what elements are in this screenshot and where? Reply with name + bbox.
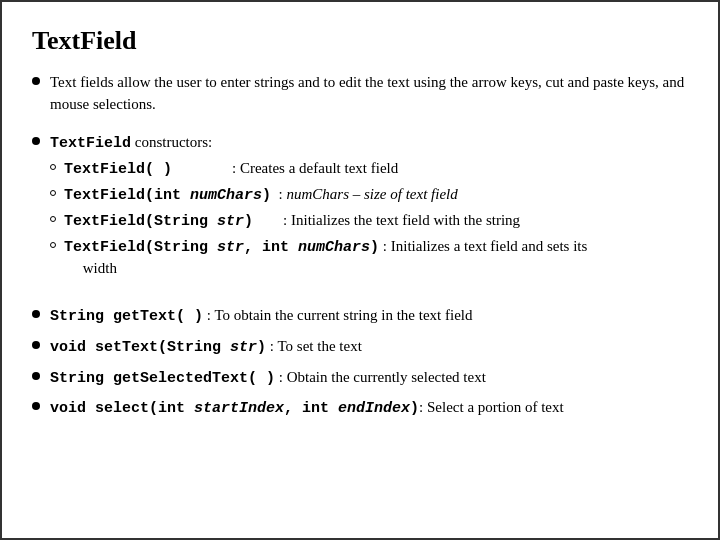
method-code-2c: ) [257,339,266,356]
method-text-2: void setText(String str) : To set the te… [50,336,362,359]
method-code-2b: str [230,339,257,356]
constructor-code-4e: ) [370,239,379,256]
constructor-text-2: TextField(int numChars) : numChars – siz… [64,184,458,207]
constructor-desc-3: : Initializes the text field with the st… [257,212,520,228]
constructor-item-1: TextField( ) : Creates a default text fi… [50,158,688,181]
bullet-icon-constructors [32,137,40,145]
method-text-4: void select(int startIndex, int endIndex… [50,397,564,420]
bullet-icon-method-4 [32,402,40,410]
constructor-desc-1: : Creates a default text field [176,160,398,176]
method-code-3: String getSelectedText( ) [50,370,275,387]
slide: TextField Text fields allow the user to … [0,0,720,540]
constructor-item-3: TextField(String str) : Initializes the … [50,210,688,233]
sub-bullet-icon-3 [50,216,56,222]
constructor-item-2: TextField(int numChars) : numChars – siz… [50,184,688,207]
constructor-text-1: TextField( ) : Creates a default text fi… [64,158,398,181]
constructor-code-3c: ) [244,213,253,230]
constructor-code-4c: , int [244,239,298,256]
constructors-header-row: TextField constructors: [32,132,688,155]
intro-section: Text fields allow the user to enter stri… [32,72,688,120]
method-desc-4: : Select a portion of text [419,399,564,415]
constructor-code-3b: str [217,213,244,230]
constructors-section: TextField constructors: TextField( ) : C… [32,132,688,284]
bullet-icon-method-1 [32,310,40,318]
constructor-code-2a: TextField(int [64,187,190,204]
constructor-code-2c: ) [262,187,271,204]
constructor-desc-2: : numChars – size of text field [275,186,458,202]
constructors-sub-list: TextField( ) : Creates a default text fi… [50,158,688,280]
method-code-1: String getText( ) [50,308,203,325]
method-desc-1: : To obtain the current string in the te… [207,307,473,323]
method-text-1: String getText( ) : To obtain the curren… [50,305,472,328]
method-code-2a: void setText(String [50,339,230,356]
method-code-4e: ) [410,400,419,417]
constructor-code-2b: numChars [190,187,262,204]
constructor-code-4d: numChars [298,239,370,256]
method-code-4c: , int [284,400,338,417]
bullet-icon-intro [32,77,40,85]
method-desc-3: : Obtain the currently selected text [279,369,486,385]
bullet-icon-method-2 [32,341,40,349]
constructor-code-3a: TextField(String [64,213,217,230]
bullet-icon-method-3 [32,372,40,380]
method-code-4b: startIndex [194,400,284,417]
method-row-3: String getSelectedText( ) : Obtain the c… [32,367,688,390]
sub-bullet-icon-1 [50,164,56,170]
sub-bullet-icon-2 [50,190,56,196]
method-desc-2: : To set the text [270,338,362,354]
method-row-4: void select(int startIndex, int endIndex… [32,397,688,420]
method-text-3: String getSelectedText( ) : Obtain the c… [50,367,486,390]
constructor-code-4a: TextField(String [64,239,217,256]
constructor-item-4: TextField(String str, int numChars) : In… [50,236,688,281]
textfield-label: TextField [50,135,131,152]
bottom-bullets-section: String getText( ) : To obtain the curren… [32,305,688,424]
method-code-4a: void select(int [50,400,194,417]
method-code-4d: endIndex [338,400,410,417]
intro-bullet-row: Text fields allow the user to enter stri… [32,72,688,116]
method-row-2: void setText(String str) : To set the te… [32,336,688,359]
constructor-text-4: TextField(String str, int numChars) : In… [64,236,587,281]
sub-bullet-icon-4 [50,242,56,248]
constructors-header-text: TextField constructors: [50,132,212,155]
constructor-code-4b: str [217,239,244,256]
constructors-label-rest: constructors: [131,134,212,150]
constructor-text-3: TextField(String str) : Initializes the … [64,210,520,233]
slide-title: TextField [32,26,688,56]
intro-text: Text fields allow the user to enter stri… [50,72,688,116]
constructor-code-1: TextField( ) [64,161,172,178]
method-row-1: String getText( ) : To obtain the curren… [32,305,688,328]
